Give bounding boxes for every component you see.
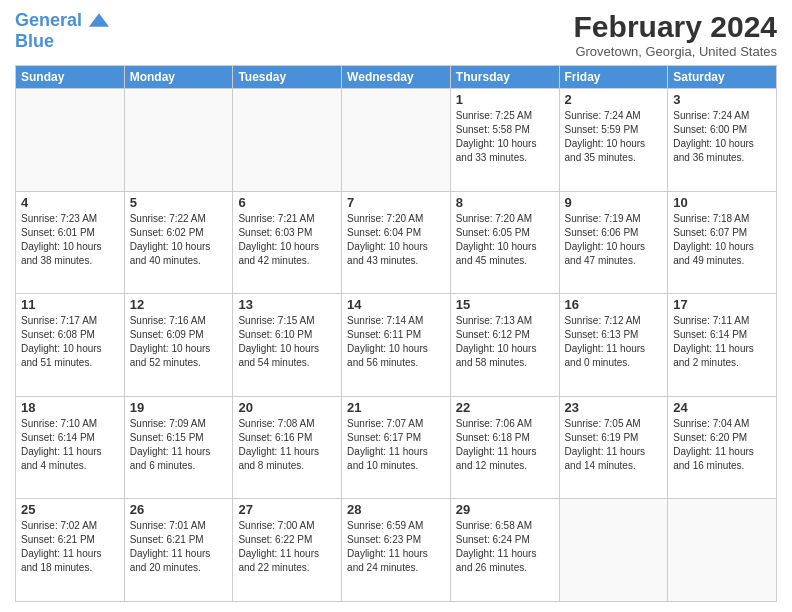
calendar-cell: 9Sunrise: 7:19 AMSunset: 6:06 PMDaylight… [559,191,668,294]
day-number: 8 [456,195,554,210]
day-info: Sunrise: 7:00 AMSunset: 6:22 PMDaylight:… [238,519,336,575]
page: General Blue February 2024 Grovetown, Ge… [0,0,792,612]
calendar-header: SundayMondayTuesdayWednesdayThursdayFrid… [16,66,777,89]
calendar-cell: 26Sunrise: 7:01 AMSunset: 6:21 PMDayligh… [124,499,233,602]
day-number: 20 [238,400,336,415]
day-info: Sunrise: 7:16 AMSunset: 6:09 PMDaylight:… [130,314,228,370]
calendar-cell: 12Sunrise: 7:16 AMSunset: 6:09 PMDayligh… [124,294,233,397]
day-number: 1 [456,92,554,107]
calendar-cell: 28Sunrise: 6:59 AMSunset: 6:23 PMDayligh… [342,499,451,602]
calendar-cell: 22Sunrise: 7:06 AMSunset: 6:18 PMDayligh… [450,396,559,499]
day-number: 6 [238,195,336,210]
day-info: Sunrise: 7:04 AMSunset: 6:20 PMDaylight:… [673,417,771,473]
logo-icon [89,10,109,30]
day-info: Sunrise: 7:11 AMSunset: 6:14 PMDaylight:… [673,314,771,370]
day-info: Sunrise: 7:25 AMSunset: 5:58 PMDaylight:… [456,109,554,165]
day-number: 4 [21,195,119,210]
day-number: 2 [565,92,663,107]
calendar-cell: 11Sunrise: 7:17 AMSunset: 6:08 PMDayligh… [16,294,125,397]
day-info: Sunrise: 7:17 AMSunset: 6:08 PMDaylight:… [21,314,119,370]
day-number: 16 [565,297,663,312]
calendar-cell [233,89,342,192]
calendar-cell: 6Sunrise: 7:21 AMSunset: 6:03 PMDaylight… [233,191,342,294]
weekday-header-saturday: Saturday [668,66,777,89]
header: General Blue February 2024 Grovetown, Ge… [15,10,777,59]
calendar-cell: 21Sunrise: 7:07 AMSunset: 6:17 PMDayligh… [342,396,451,499]
day-number: 10 [673,195,771,210]
day-info: Sunrise: 7:14 AMSunset: 6:11 PMDaylight:… [347,314,445,370]
title-block: February 2024 Grovetown, Georgia, United… [574,10,777,59]
logo: General Blue [15,10,109,50]
day-number: 11 [21,297,119,312]
calendar-cell: 8Sunrise: 7:20 AMSunset: 6:05 PMDaylight… [450,191,559,294]
day-info: Sunrise: 7:21 AMSunset: 6:03 PMDaylight:… [238,212,336,268]
logo-text: General [15,10,109,32]
day-number: 12 [130,297,228,312]
day-number: 26 [130,502,228,517]
day-info: Sunrise: 7:13 AMSunset: 6:12 PMDaylight:… [456,314,554,370]
svg-marker-0 [89,14,109,27]
calendar-cell: 25Sunrise: 7:02 AMSunset: 6:21 PMDayligh… [16,499,125,602]
day-info: Sunrise: 7:05 AMSunset: 6:19 PMDaylight:… [565,417,663,473]
weekday-header-thursday: Thursday [450,66,559,89]
day-info: Sunrise: 7:09 AMSunset: 6:15 PMDaylight:… [130,417,228,473]
subtitle: Grovetown, Georgia, United States [574,44,777,59]
calendar-cell: 1Sunrise: 7:25 AMSunset: 5:58 PMDaylight… [450,89,559,192]
calendar-cell: 15Sunrise: 7:13 AMSunset: 6:12 PMDayligh… [450,294,559,397]
day-info: Sunrise: 7:06 AMSunset: 6:18 PMDaylight:… [456,417,554,473]
weekday-header-row: SundayMondayTuesdayWednesdayThursdayFrid… [16,66,777,89]
week-row-1: 4Sunrise: 7:23 AMSunset: 6:01 PMDaylight… [16,191,777,294]
day-number: 23 [565,400,663,415]
calendar-cell: 19Sunrise: 7:09 AMSunset: 6:15 PMDayligh… [124,396,233,499]
day-number: 25 [21,502,119,517]
calendar-cell [559,499,668,602]
week-row-4: 25Sunrise: 7:02 AMSunset: 6:21 PMDayligh… [16,499,777,602]
weekday-header-friday: Friday [559,66,668,89]
calendar-cell: 2Sunrise: 7:24 AMSunset: 5:59 PMDaylight… [559,89,668,192]
week-row-2: 11Sunrise: 7:17 AMSunset: 6:08 PMDayligh… [16,294,777,397]
calendar-cell: 7Sunrise: 7:20 AMSunset: 6:04 PMDaylight… [342,191,451,294]
week-row-0: 1Sunrise: 7:25 AMSunset: 5:58 PMDaylight… [16,89,777,192]
day-info: Sunrise: 7:20 AMSunset: 6:05 PMDaylight:… [456,212,554,268]
day-number: 21 [347,400,445,415]
day-number: 3 [673,92,771,107]
calendar-cell: 10Sunrise: 7:18 AMSunset: 6:07 PMDayligh… [668,191,777,294]
day-info: Sunrise: 6:58 AMSunset: 6:24 PMDaylight:… [456,519,554,575]
day-info: Sunrise: 7:08 AMSunset: 6:16 PMDaylight:… [238,417,336,473]
day-info: Sunrise: 7:18 AMSunset: 6:07 PMDaylight:… [673,212,771,268]
day-info: Sunrise: 6:59 AMSunset: 6:23 PMDaylight:… [347,519,445,575]
day-info: Sunrise: 7:15 AMSunset: 6:10 PMDaylight:… [238,314,336,370]
calendar-cell [668,499,777,602]
week-row-3: 18Sunrise: 7:10 AMSunset: 6:14 PMDayligh… [16,396,777,499]
calendar-cell: 20Sunrise: 7:08 AMSunset: 6:16 PMDayligh… [233,396,342,499]
day-info: Sunrise: 7:02 AMSunset: 6:21 PMDaylight:… [21,519,119,575]
calendar-body: 1Sunrise: 7:25 AMSunset: 5:58 PMDaylight… [16,89,777,602]
calendar-cell: 3Sunrise: 7:24 AMSunset: 6:00 PMDaylight… [668,89,777,192]
day-info: Sunrise: 7:22 AMSunset: 6:02 PMDaylight:… [130,212,228,268]
calendar-cell: 17Sunrise: 7:11 AMSunset: 6:14 PMDayligh… [668,294,777,397]
calendar-cell: 5Sunrise: 7:22 AMSunset: 6:02 PMDaylight… [124,191,233,294]
calendar-table: SundayMondayTuesdayWednesdayThursdayFrid… [15,65,777,602]
day-info: Sunrise: 7:01 AMSunset: 6:21 PMDaylight:… [130,519,228,575]
calendar-cell: 13Sunrise: 7:15 AMSunset: 6:10 PMDayligh… [233,294,342,397]
day-number: 22 [456,400,554,415]
weekday-header-sunday: Sunday [16,66,125,89]
day-info: Sunrise: 7:12 AMSunset: 6:13 PMDaylight:… [565,314,663,370]
weekday-header-monday: Monday [124,66,233,89]
day-number: 15 [456,297,554,312]
day-number: 27 [238,502,336,517]
day-info: Sunrise: 7:24 AMSunset: 6:00 PMDaylight:… [673,109,771,165]
day-info: Sunrise: 7:24 AMSunset: 5:59 PMDaylight:… [565,109,663,165]
calendar-cell: 14Sunrise: 7:14 AMSunset: 6:11 PMDayligh… [342,294,451,397]
calendar-cell: 18Sunrise: 7:10 AMSunset: 6:14 PMDayligh… [16,396,125,499]
day-info: Sunrise: 7:23 AMSunset: 6:01 PMDaylight:… [21,212,119,268]
day-number: 19 [130,400,228,415]
calendar-cell [342,89,451,192]
main-title: February 2024 [574,10,777,44]
day-number: 14 [347,297,445,312]
day-number: 24 [673,400,771,415]
day-number: 7 [347,195,445,210]
day-info: Sunrise: 7:07 AMSunset: 6:17 PMDaylight:… [347,417,445,473]
weekday-header-tuesday: Tuesday [233,66,342,89]
day-number: 29 [456,502,554,517]
